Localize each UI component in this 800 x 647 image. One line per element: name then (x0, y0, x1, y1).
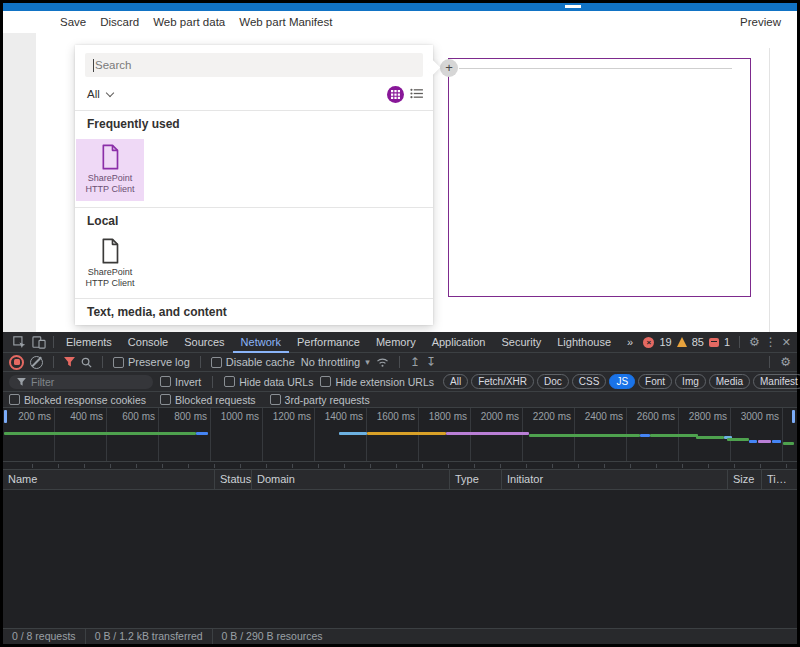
devtools-badges: × 19 85 1 ⚙ ⋮ ✕ (643, 335, 791, 349)
checkbox-box (270, 394, 281, 405)
minor-tick (604, 464, 605, 468)
device-toolbar-button[interactable] (29, 333, 49, 351)
filter-pill-fetch-xhr[interactable]: Fetch/XHR (471, 374, 534, 389)
waterfall-segment (758, 440, 771, 443)
checkbox-box (320, 376, 331, 387)
picker-filter-row: All (87, 83, 423, 105)
save-button[interactable]: Save (60, 16, 86, 28)
waterfall-segment (727, 438, 749, 441)
filter-funnel-icon[interactable] (64, 357, 75, 367)
export-har-icon[interactable]: ↧ (426, 355, 436, 369)
devtools-tab-performance[interactable]: Performance (289, 332, 368, 353)
kebab-menu-icon[interactable]: ⋮ (765, 335, 777, 349)
web-part-data-button[interactable]: Web part data (153, 16, 225, 28)
network-settings-gear-icon[interactable]: ⚙ (780, 355, 791, 369)
add-webpart-button[interactable]: + (440, 59, 458, 77)
devtools-tab-network[interactable]: Network (233, 332, 289, 353)
minor-tick (630, 464, 631, 468)
import-har-icon[interactable]: ↥ (410, 355, 420, 369)
devtools-tab-memory[interactable]: Memory (368, 332, 424, 353)
checkbox-box (160, 394, 171, 405)
filter-pill-all[interactable]: All (443, 374, 468, 389)
devtools-tab-more[interactable]: » (619, 332, 641, 353)
third-party-requests-checkbox[interactable]: 3rd-party requests (270, 394, 370, 406)
requests-summary: 0 / 8 requests (3, 629, 86, 644)
devtools-tabs: ElementsConsoleSourcesNetworkPerformance… (58, 332, 641, 353)
filter-pill-img[interactable]: Img (675, 374, 706, 389)
webpart-tile-sharepoint-http-client-local[interactable]: SharePoint HTTP Client (76, 233, 144, 295)
overview-left-handle[interactable] (4, 410, 7, 423)
search-icon[interactable] (81, 357, 92, 368)
filter-pill-manifest[interactable]: Manifest (753, 374, 800, 389)
minor-tick (578, 464, 579, 468)
text-caret (93, 59, 94, 72)
filter-pill-font[interactable]: Font (638, 374, 672, 389)
clear-button[interactable] (30, 356, 43, 369)
record-button[interactable] (9, 355, 24, 370)
waterfall-segment (529, 434, 640, 437)
column-header-size[interactable]: Size (728, 470, 762, 489)
list-view-button[interactable] (410, 85, 423, 103)
overview-right-handle[interactable] (792, 410, 795, 423)
search-input[interactable]: Search (85, 53, 423, 77)
inspect-element-button[interactable] (9, 333, 29, 351)
column-header-domain[interactable]: Domain (252, 470, 450, 489)
devtools-tab-sources[interactable]: Sources (176, 332, 232, 353)
waterfall-segment (446, 432, 529, 435)
throttling-dropdown[interactable]: No throttling ▾ (301, 356, 370, 368)
column-header-name[interactable]: Name (3, 470, 215, 489)
settings-gear-icon[interactable]: ⚙ (749, 335, 760, 349)
devtools-tabbar: ElementsConsoleSourcesNetworkPerformance… (3, 332, 797, 353)
grid-view-button[interactable] (387, 86, 404, 103)
discard-button[interactable]: Discard (100, 16, 139, 28)
request-type-pills: AllFetch/XHRDocCSSJSFontImgMediaManifest… (443, 374, 800, 389)
filter-pill-doc[interactable]: Doc (537, 374, 569, 389)
devtools-tab-application[interactable]: Application (424, 332, 494, 353)
filter-pill-js[interactable]: JS (609, 374, 635, 389)
waterfall-segment (339, 432, 366, 435)
request-table-body[interactable] (3, 490, 797, 628)
preview-button[interactable]: Preview (740, 16, 781, 28)
warning-icon (677, 337, 687, 347)
blocked-requests-checkbox[interactable]: Blocked requests (160, 394, 256, 406)
filter-input[interactable]: Filter (9, 375, 153, 389)
network-conditions-icon[interactable] (376, 357, 389, 368)
network-overview-timeline[interactable]: 200 ms400 ms600 ms800 ms1000 ms1200 ms14… (3, 408, 797, 462)
preserve-log-checkbox[interactable]: Preserve log (113, 356, 190, 368)
minor-tick (708, 464, 709, 468)
issues-count[interactable]: 1 (724, 336, 730, 348)
devtools-tab-elements[interactable]: Elements (58, 332, 120, 353)
filter-pill-css[interactable]: CSS (572, 374, 607, 389)
devtools-tab-security[interactable]: Security (493, 332, 549, 353)
divider (212, 376, 213, 388)
hide-data-urls-checkbox[interactable]: Hide data URLs (224, 376, 313, 388)
divider (399, 356, 400, 368)
error-count[interactable]: 19 (659, 336, 671, 348)
web-part-manifest-button[interactable]: Web part Manifest (239, 16, 332, 28)
devtools-tab-lighthouse[interactable]: Lighthouse (549, 332, 619, 353)
webpart-edit-frame[interactable] (448, 58, 751, 297)
disable-cache-checkbox[interactable]: Disable cache (211, 356, 295, 368)
command-bar: Save Discard Web part data Web part Mani… (60, 16, 332, 28)
column-header-status[interactable]: Status (215, 470, 252, 489)
hide-extension-urls-checkbox[interactable]: Hide extension URLs (320, 376, 434, 388)
waterfall-segment (4, 432, 196, 435)
checkbox-label: Blocked response cookies (24, 394, 146, 406)
webpart-tile-sharepoint-http-client-frequent[interactable]: SharePoint HTTP Client (76, 139, 144, 201)
section-heading-local: Local (87, 214, 118, 228)
section-divider (75, 298, 433, 299)
devtools-tab-console[interactable]: Console (120, 332, 176, 353)
column-header-ti[interactable]: Ti… (762, 470, 797, 489)
section-heading-frequently-used: Frequently used (87, 117, 180, 131)
column-header-type[interactable]: Type (450, 470, 502, 489)
waterfall-segment (640, 434, 650, 437)
warning-count[interactable]: 85 (692, 336, 704, 348)
invert-checkbox[interactable]: Invert (160, 376, 201, 388)
tile-label: SharePoint HTTP Client (86, 267, 135, 289)
blocked-response-cookies-checkbox[interactable]: Blocked response cookies (9, 394, 146, 406)
filter-dropdown[interactable]: All (87, 88, 100, 100)
close-icon[interactable]: ✕ (782, 336, 791, 349)
column-header-initiator[interactable]: Initiator (502, 470, 728, 489)
minor-tick (136, 464, 137, 468)
filter-pill-media[interactable]: Media (709, 374, 750, 389)
